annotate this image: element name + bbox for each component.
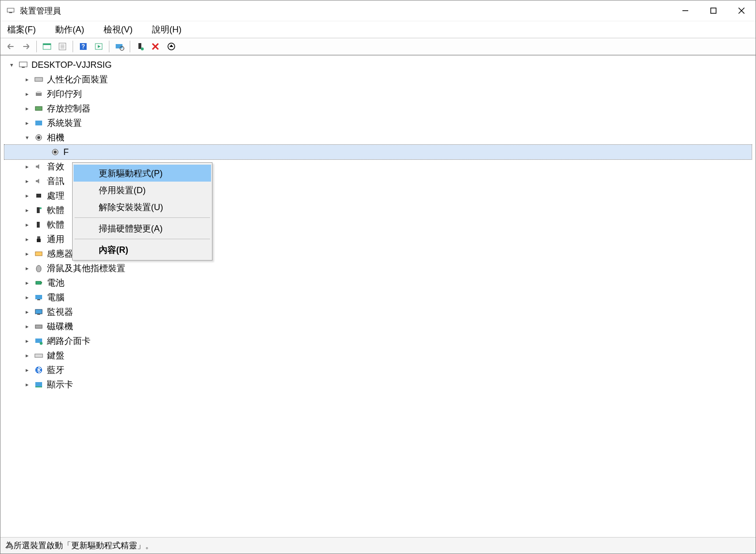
svg-rect-1 [9, 12, 12, 13]
menu-view[interactable]: 檢視(V) [101, 22, 136, 37]
svg-rect-45 [35, 295, 42, 299]
menu-action[interactable]: 動作(A) [52, 22, 87, 37]
chevron-right-icon[interactable]: ▸ [23, 191, 31, 200]
tree-category[interactable]: ▸ 列印佇列 [4, 87, 752, 101]
window-title: 裝置管理員 [20, 5, 61, 16]
tree-item-label: 網路介面卡 [47, 335, 91, 347]
maximize-button[interactable] [699, 0, 727, 21]
tree-item-label: 顯示卡 [47, 379, 73, 390]
chevron-right-icon[interactable]: ▸ [23, 90, 31, 98]
chevron-right-icon[interactable]: ▸ [23, 249, 31, 258]
chevron-right-icon[interactable]: ▸ [23, 264, 31, 273]
ctx-properties[interactable]: 內容(R) [74, 241, 211, 258]
action-button[interactable] [91, 40, 106, 53]
chevron-right-icon[interactable]: ▸ [23, 322, 31, 331]
ctx-label: 內容(R) [99, 244, 128, 256]
tree-item-label: 監視器 [47, 306, 73, 318]
chevron-right-icon[interactable]: ▸ [23, 104, 31, 113]
chevron-right-icon[interactable]: ▸ [23, 119, 31, 127]
tree-category[interactable]: ▸ 滑鼠及其他指標裝置 [4, 261, 752, 276]
tree-item-label: 處理 [47, 190, 64, 201]
chevron-right-icon[interactable]: ▸ [23, 177, 31, 185]
nav-back-button[interactable] [3, 40, 18, 53]
chevron-right-icon[interactable]: ▸ [23, 351, 31, 360]
ctx-label: 停用裝置(D) [99, 185, 146, 196]
svg-text:?: ? [81, 43, 85, 50]
nav-forward-button[interactable] [19, 40, 33, 53]
tree-category[interactable]: ▸ 人性化介面裝置 [4, 72, 752, 87]
show-hide-tree-button[interactable] [40, 40, 54, 53]
ctx-separator [75, 217, 210, 218]
svg-rect-40 [37, 239, 41, 242]
svg-rect-30 [35, 121, 42, 125]
svg-rect-3 [711, 8, 716, 14]
storage-controller-icon [33, 103, 44, 114]
svg-point-34 [54, 151, 57, 154]
chevron-right-icon[interactable]: ▸ [23, 220, 31, 229]
network-icon [33, 336, 44, 346]
svg-rect-0 [7, 8, 14, 12]
tree-category[interactable]: ▸ 磁碟機 [4, 319, 752, 334]
tree-category[interactable]: ▸ 鍵盤 [4, 348, 752, 363]
tree-category[interactable]: ▸ 監視器 [4, 305, 752, 319]
tree-root-label: DESKTOP-VJJRSIG [31, 60, 112, 70]
hid-icon [33, 74, 44, 85]
chevron-down-icon[interactable]: ▾ [7, 61, 16, 69]
ctx-disable-device[interactable]: 停用裝置(D) [74, 182, 211, 199]
chevron-right-icon[interactable]: ▸ [23, 75, 31, 84]
uninstall-device-button[interactable] [149, 40, 163, 53]
enable-device-button[interactable] [133, 40, 148, 53]
minimize-button[interactable] [671, 0, 699, 21]
battery-icon [33, 277, 44, 288]
menu-file[interactable]: 檔案(F) [4, 22, 39, 37]
tree-item-label: 音效 [47, 161, 64, 172]
chevron-right-icon[interactable]: ▸ [23, 293, 31, 302]
tree-item-label: 系統裝置 [47, 117, 82, 129]
chevron-right-icon[interactable]: ▸ [23, 366, 31, 374]
tree-category[interactable]: ▸ 存放控制器 [4, 101, 752, 116]
chevron-right-icon[interactable]: ▸ [23, 235, 31, 244]
ctx-uninstall-device[interactable]: 解除安裝裝置(U) [74, 199, 211, 215]
tree-category[interactable]: ▸ 電腦 [4, 290, 752, 305]
camera-icon [33, 132, 44, 143]
chevron-right-icon[interactable]: ▸ [23, 380, 31, 389]
cpu-icon [33, 190, 44, 201]
close-button[interactable] [727, 0, 756, 21]
tree-category[interactable]: ▸ 系統裝置 [4, 116, 752, 130]
ctx-label: 掃描硬體變更(A) [99, 223, 163, 234]
svg-rect-18 [138, 43, 141, 49]
chevron-right-icon[interactable]: ▸ [23, 162, 31, 171]
chevron-down-icon[interactable]: ▾ [23, 133, 31, 142]
tree-category[interactable]: ▸ 電池 [4, 276, 752, 290]
svg-rect-52 [35, 354, 43, 357]
ctx-scan-hardware[interactable]: 掃描硬體變更(A) [74, 220, 211, 237]
tree-item-label: 感應器 [47, 248, 73, 260]
ctx-update-driver[interactable]: 更新驅動程式(P) [74, 165, 211, 182]
tree-device-camera-child[interactable]: F [4, 145, 752, 159]
tree-item-label: 軟體 [47, 219, 64, 231]
chevron-right-icon[interactable]: ▸ [23, 337, 31, 345]
tree-item-label: F [63, 147, 69, 157]
tree-category[interactable]: ▸ 藍牙 [4, 363, 752, 377]
tree-category[interactable]: ▸ 顯示卡 [4, 377, 752, 392]
software-icon [33, 205, 44, 215]
device-tree[interactable]: ▾ DESKTOP-VJJRSIG ▸ 人性化介面裝置 ▸ 列印佇列 ▸ 存放控… [0, 55, 756, 537]
menu-help[interactable]: 說明(H) [149, 22, 184, 37]
tree-category-camera[interactable]: ▾ 相機 [4, 130, 752, 145]
chevron-right-icon[interactable]: ▸ [23, 206, 31, 215]
properties-button[interactable] [55, 40, 70, 53]
tree-category[interactable]: ▸ 網路介面卡 [4, 334, 752, 348]
tree-root[interactable]: ▾ DESKTOP-VJJRSIG [4, 58, 752, 72]
update-driver-button[interactable] [164, 40, 179, 53]
titlebar: 裝置管理員 [0, 0, 756, 21]
svg-rect-43 [36, 281, 41, 284]
computer-icon [33, 292, 44, 303]
chevron-right-icon[interactable]: ▸ [23, 308, 31, 316]
svg-rect-47 [35, 309, 42, 314]
scan-hardware-button[interactable] [112, 40, 127, 53]
monitor-icon [33, 307, 44, 317]
help-button[interactable]: ? [76, 40, 91, 53]
usb-icon [33, 234, 44, 245]
svg-rect-24 [19, 62, 27, 67]
chevron-right-icon[interactable]: ▸ [23, 278, 31, 287]
